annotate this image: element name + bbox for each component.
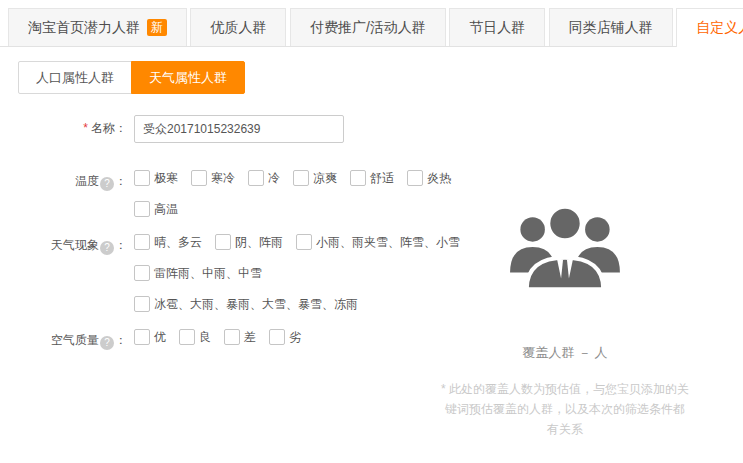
checkbox-option[interactable]: 阴、阵雨 — [215, 234, 283, 251]
checkbox[interactable] — [191, 170, 207, 186]
checkbox-option[interactable]: 冷 — [248, 170, 280, 187]
custom-audience-subtabs: 人口属性人群 天气属性人群 — [18, 61, 743, 94]
temperature-label: 温度?： — [0, 168, 127, 219]
checkbox[interactable] — [248, 170, 264, 186]
tab-label: 同类店铺人群 — [569, 19, 653, 37]
checkbox-label: 雷阵雨、中雨、中雪 — [154, 265, 262, 282]
audience-tab-strip: 淘宝首页潜力人群新 优质人群 付费推广/活动人群 节日人群 同类店铺人群 自定义… — [0, 0, 743, 47]
checkbox[interactable] — [269, 329, 285, 345]
checkbox-option[interactable]: 冰雹、大雨、暴雨、大雪、暴雪、冻雨 — [134, 296, 358, 313]
checkbox-option[interactable]: 雷阵雨、中雨、中雪 — [134, 265, 262, 282]
help-icon[interactable]: ? — [100, 241, 114, 255]
checkbox-label: 寒冷 — [211, 170, 235, 187]
checkbox-option[interactable]: 舒适 — [350, 170, 394, 187]
checkbox-option[interactable]: 炎热 — [407, 170, 451, 187]
checkbox[interactable] — [179, 329, 195, 345]
checkbox-option[interactable]: 极寒 — [134, 170, 178, 187]
tab-paid-promo-activity-audience[interactable]: 付费推广/活动人群 — [290, 8, 446, 46]
air-quality-label: 空气质量?： — [0, 327, 127, 350]
tab-label: 自定义人群 — [696, 19, 743, 37]
checkbox-label: 差 — [244, 329, 256, 346]
checkbox-option[interactable]: 小雨、雨夹雪、阵雪、小雪 — [296, 234, 460, 251]
name-row: *名称： — [0, 115, 743, 143]
coverage-count-caption: 覆盖人群 － 人 — [440, 344, 690, 362]
checkbox-label: 冰雹、大雨、暴雨、大雪、暴雪、冻雨 — [154, 296, 358, 313]
checkbox-label: 小雨、雨夹雪、阵雪、小雪 — [316, 234, 460, 251]
required-mark: * — [83, 121, 88, 135]
weather-line-1: 晴、多云 阴、阵雨 小雨、雨夹雪、阵雪、小雪 — [134, 232, 473, 252]
checkbox-option[interactable]: 高温 — [134, 201, 178, 218]
checkbox[interactable] — [350, 170, 366, 186]
checkbox-label: 高温 — [154, 201, 178, 218]
checkbox-label: 晴、多云 — [154, 234, 202, 251]
help-icon[interactable]: ? — [100, 336, 114, 350]
air-quality-line: 优 良 差 劣 — [134, 327, 314, 347]
temperature-line-1: 极寒 寒冷 冷 凉爽 舒适 炎热 — [134, 168, 464, 188]
checkbox[interactable] — [134, 296, 150, 312]
checkbox[interactable] — [134, 329, 150, 345]
checkbox-option[interactable]: 良 — [179, 329, 211, 346]
checkbox-option[interactable]: 凉爽 — [293, 170, 337, 187]
name-label: *名称： — [0, 115, 127, 143]
checkbox-label: 凉爽 — [313, 170, 337, 187]
audience-name-input[interactable] — [134, 115, 344, 143]
checkbox-label: 极寒 — [154, 170, 178, 187]
subtab-weather-audience[interactable]: 天气属性人群 — [131, 61, 245, 94]
tab-label: 淘宝首页潜力人群 — [28, 19, 140, 37]
tab-similar-shop-audience[interactable]: 同类店铺人群 — [549, 8, 673, 46]
checkbox[interactable] — [224, 329, 240, 345]
checkbox-option[interactable]: 差 — [224, 329, 256, 346]
checkbox-option[interactable]: 劣 — [269, 329, 301, 346]
weather-phenomena-label: 天气现象?： — [0, 232, 127, 314]
checkbox-label: 冷 — [268, 170, 280, 187]
weather-line-3: 冰雹、大雨、暴雨、大雪、暴雪、冻雨 — [134, 294, 473, 314]
checkbox[interactable] — [293, 170, 309, 186]
new-badge: 新 — [147, 19, 167, 36]
checkbox[interactable] — [134, 170, 150, 186]
checkbox[interactable] — [407, 170, 423, 186]
tab-custom-audience[interactable]: 自定义人群 — [676, 8, 743, 47]
checkbox-label: 炎热 — [427, 170, 451, 187]
weather-line-2: 雷阵雨、中雨、中雪 — [134, 263, 473, 283]
checkbox-label: 舒适 — [370, 170, 394, 187]
checkbox[interactable] — [134, 234, 150, 250]
checkbox-label: 优 — [154, 329, 166, 346]
checkbox[interactable] — [134, 265, 150, 281]
checkbox-option[interactable]: 寒冷 — [191, 170, 235, 187]
tab-festival-audience[interactable]: 节日人群 — [449, 8, 545, 46]
checkbox-option[interactable]: 优 — [134, 329, 166, 346]
people-group-icon — [506, 198, 624, 300]
tab-quality-audience[interactable]: 优质人群 — [190, 8, 286, 46]
checkbox[interactable] — [215, 234, 231, 250]
temperature-line-2: 高温 — [134, 199, 464, 219]
subtab-demographic-audience[interactable]: 人口属性人群 — [18, 61, 132, 94]
checkbox-label: 阴、阵雨 — [235, 234, 283, 251]
checkbox[interactable] — [134, 201, 150, 217]
checkbox-label: 良 — [199, 329, 211, 346]
coverage-note: * 此处的覆盖人数为预估值，与您宝贝添加的关键词预估覆盖的人群，以及本次的筛选条… — [440, 379, 690, 439]
tab-label: 付费推广/活动人群 — [310, 19, 426, 37]
checkbox[interactable] — [296, 234, 312, 250]
tab-label: 节日人群 — [469, 19, 525, 37]
tab-label: 优质人群 — [210, 19, 266, 37]
coverage-panel: 覆盖人群 － 人 * 此处的覆盖人数为预估值，与您宝贝添加的关键词预估覆盖的人群… — [440, 198, 690, 439]
tab-taobao-homepage-potential[interactable]: 淘宝首页潜力人群新 — [8, 8, 187, 46]
checkbox-label: 劣 — [289, 329, 301, 346]
help-icon[interactable]: ? — [100, 177, 114, 191]
checkbox-option[interactable]: 晴、多云 — [134, 234, 202, 251]
